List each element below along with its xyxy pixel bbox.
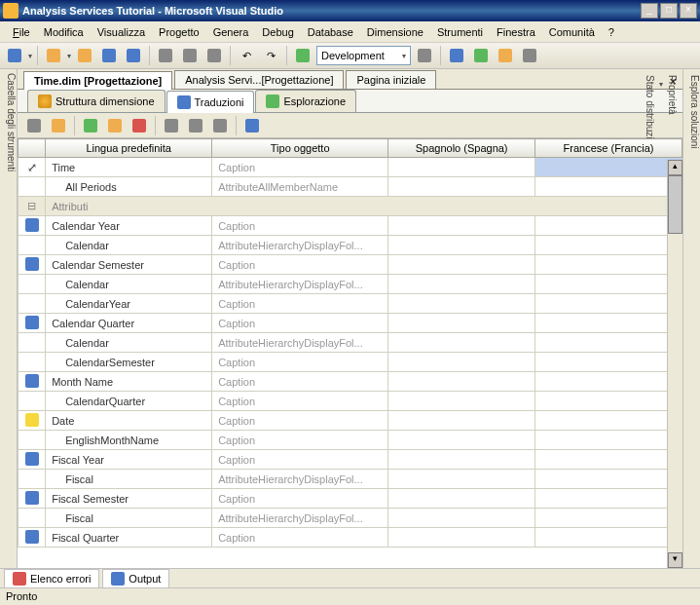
output-tab[interactable]: Output [102,569,169,588]
table-row[interactable]: Fiscal YearCaption [18,450,682,470]
tab-translations[interactable]: Traduzioni [166,91,255,113]
cell-name[interactable]: Fiscal [46,470,212,489]
menu-build[interactable]: Genera [206,23,256,41]
cell-french[interactable] [535,411,682,431]
cell-spanish[interactable] [388,411,535,431]
minimize-button[interactable]: _ [641,3,658,19]
cell-spanish[interactable] [388,294,535,314]
undo-button[interactable]: ↶ [236,45,257,66]
dim-tool-2[interactable] [48,115,69,136]
table-row[interactable]: Fiscal SemesterCaption [18,489,682,509]
cell-name[interactable]: CalendarSemester [46,353,212,372]
menu-dimension[interactable]: Dimensione [360,23,430,41]
cell-french[interactable] [535,255,682,275]
tool-d-button[interactable] [495,45,516,66]
solution-explorer-tab[interactable]: Esplora soluzioni [689,75,700,568]
tab-time-dim[interactable]: Time.dim [Progettazione] [23,71,172,90]
tool-a-button[interactable] [414,45,435,66]
cell-french[interactable] [535,158,682,177]
dim-tool-6[interactable] [161,115,182,136]
copy-button[interactable] [179,45,201,66]
table-row[interactable]: All PeriodsAttributeAllMemberName [18,177,682,197]
table-row[interactable]: DateCaption [18,411,682,431]
cell-name[interactable]: All Periods [46,177,212,197]
cell-name[interactable]: Fiscal Quarter [46,528,212,548]
dim-tool-1[interactable] [23,115,45,136]
cell-spanish[interactable] [388,372,535,392]
menu-community[interactable]: Comunità [542,23,602,41]
dim-tool-3[interactable] [80,115,101,136]
paste-button[interactable] [203,45,225,66]
cell-spanish[interactable] [388,255,535,275]
table-row[interactable]: CalendarAttributeHierarchyDisplayFol... [18,236,682,255]
cell-spanish[interactable] [388,450,535,470]
open-button[interactable] [74,45,95,66]
col-header-language[interactable]: Lingua predefinita [46,139,212,158]
col-header-icon[interactable] [18,139,46,158]
table-row[interactable]: ⤢TimeCaption [18,158,682,177]
tool-b-button[interactable] [446,45,467,66]
cell-name[interactable]: Calendar [46,333,212,353]
dim-tool-7[interactable] [185,115,206,136]
cell-name[interactable]: Fiscal [46,509,212,528]
cell-name[interactable]: CalendarYear [46,294,212,314]
cell-name[interactable]: Fiscal Semester [46,489,212,509]
cell-spanish[interactable] [388,314,535,333]
redo-button[interactable]: ↷ [260,45,281,66]
table-row[interactable]: CalendarAttributeHierarchyDisplayFol... [18,275,682,294]
cell-french[interactable] [535,236,682,255]
table-row[interactable]: Calendar SemesterCaption [18,255,682,275]
cell-name[interactable]: Calendar [46,275,212,294]
table-row[interactable]: ⊟Attributi [18,197,682,216]
cell-french[interactable] [535,372,682,392]
cell-name[interactable]: EnglishMonthName [46,431,212,450]
table-row[interactable]: CalendarAttributeHierarchyDisplayFol... [18,333,682,353]
vertical-scrollbar[interactable]: ▴ ▾ [667,160,682,568]
menu-help[interactable]: ? [602,23,621,41]
start-button[interactable] [292,45,313,66]
col-header-type[interactable]: Tipo oggetto [212,139,388,158]
menu-file[interactable]: File [6,23,37,41]
cell-spanish[interactable] [388,528,535,548]
cell-french[interactable] [535,216,682,236]
cell-name[interactable]: Calendar [46,236,212,255]
menu-project[interactable]: Progetto [152,23,206,41]
cell-spanish[interactable] [388,353,535,372]
menu-window[interactable]: Finestra [490,23,542,41]
cell-name[interactable]: CalendarQuarter [46,392,212,411]
cell-name[interactable]: Calendar Semester [46,255,212,275]
error-list-tab[interactable]: Elenco errori [4,569,99,588]
cell-french[interactable] [535,431,682,450]
cell-name[interactable]: Fiscal Year [46,450,212,470]
dim-tool-8[interactable] [209,115,231,136]
scroll-thumb[interactable] [668,175,682,234]
cell-french[interactable] [535,450,682,470]
config-dropdown[interactable]: Development▾ [316,46,411,65]
cell-spanish[interactable] [388,431,535,450]
cell-french[interactable] [535,509,682,528]
col-header-french[interactable]: Francese (Francia) [535,139,682,158]
cell-name[interactable]: Calendar Quarter [46,314,212,333]
tab-browser[interactable]: Esplorazione [255,90,356,112]
scroll-down-icon[interactable]: ▾ [668,552,682,568]
cell-name[interactable]: Month Name [46,372,212,392]
cell-french[interactable] [535,470,682,489]
menu-database[interactable]: Database [301,23,360,41]
tab-structure[interactable]: Struttura dimensione [27,90,166,112]
cell-name[interactable]: Time [46,158,212,177]
cell-french[interactable] [535,314,682,333]
table-row[interactable]: Month NameCaption [18,372,682,392]
table-row[interactable]: Calendar QuarterCaption [18,314,682,333]
table-row[interactable]: CalendarQuarterCaption [18,392,682,411]
cell-french[interactable] [535,528,682,548]
save-button[interactable] [98,45,120,66]
cell-french[interactable] [535,275,682,294]
table-row[interactable]: CalendarYearCaption [18,294,682,314]
dim-tool-5[interactable] [129,115,150,136]
menu-debug[interactable]: Debug [255,23,300,41]
table-row[interactable]: CalendarSemesterCaption [18,353,682,372]
menu-tools[interactable]: Strumenti [430,23,490,41]
cell-spanish[interactable] [388,333,535,353]
cell-name[interactable]: Date [46,411,212,431]
cell-spanish[interactable] [388,216,535,236]
